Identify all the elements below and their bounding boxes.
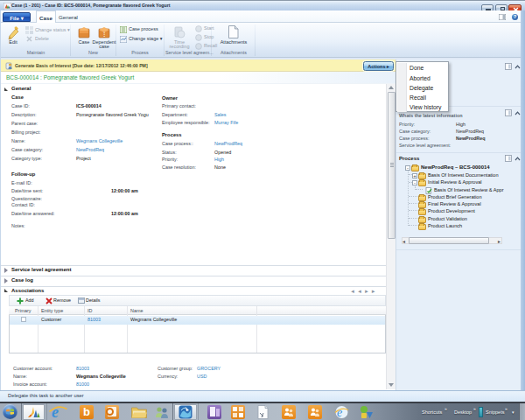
svg-text:⋮: ⋮ bbox=[102, 32, 107, 37]
svg-text:e: e bbox=[52, 403, 59, 420]
svg-text:e: e bbox=[337, 406, 342, 419]
